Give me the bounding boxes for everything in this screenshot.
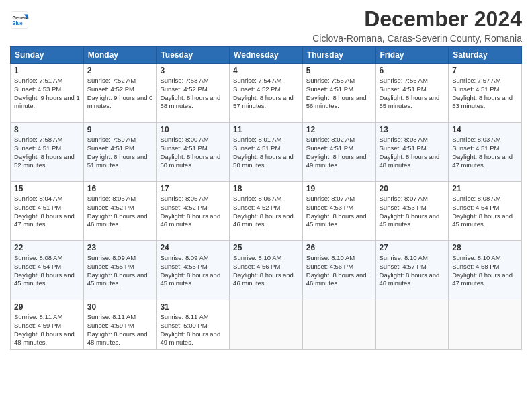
calendar-cell <box>449 300 522 350</box>
calendar-cell: 10 Sunrise: 8:00 AMSunset: 4:51 PMDaylig… <box>157 123 230 182</box>
day-number: 30 <box>87 302 153 312</box>
day-detail: Sunrise: 7:54 AMSunset: 4:52 PMDaylight:… <box>233 77 294 109</box>
day-number: 21 <box>452 184 518 193</box>
col-tuesday: Tuesday <box>157 47 230 64</box>
day-detail: Sunrise: 7:57 AMSunset: 4:51 PMDaylight:… <box>452 77 513 109</box>
day-number: 15 <box>14 184 80 193</box>
page-title: December 2024 <box>312 7 522 32</box>
calendar-cell: 29 Sunrise: 8:11 AMSunset: 4:59 PMDaylig… <box>11 300 84 350</box>
day-number: 31 <box>160 302 226 312</box>
calendar-cell: 2 Sunrise: 7:52 AMSunset: 4:52 PMDayligh… <box>83 64 157 123</box>
day-number: 22 <box>14 243 80 253</box>
day-number: 19 <box>306 184 372 193</box>
calendar-cell: 8 Sunrise: 7:58 AMSunset: 4:51 PMDayligh… <box>11 123 84 182</box>
day-detail: Sunrise: 7:55 AMSunset: 4:51 PMDaylight:… <box>306 77 367 109</box>
day-detail: Sunrise: 8:01 AMSunset: 4:51 PMDaylight:… <box>233 136 294 169</box>
day-detail: Sunrise: 8:03 AMSunset: 4:51 PMDaylight:… <box>452 136 513 169</box>
calendar-cell: 28 Sunrise: 8:10 AMSunset: 4:58 PMDaylig… <box>449 241 522 300</box>
calendar-cell: 15 Sunrise: 8:04 AMSunset: 4:51 PMDaylig… <box>11 182 84 241</box>
calendar-cell: 17 Sunrise: 8:05 AMSunset: 4:52 PMDaylig… <box>157 182 230 241</box>
day-detail: Sunrise: 8:10 AMSunset: 4:56 PMDaylight:… <box>306 254 367 287</box>
calendar-cell: 19 Sunrise: 8:07 AMSunset: 4:53 PMDaylig… <box>302 182 375 241</box>
calendar-cell: 21 Sunrise: 8:08 AMSunset: 4:54 PMDaylig… <box>449 182 522 241</box>
day-detail: Sunrise: 8:11 AMSunset: 5:00 PMDaylight:… <box>160 313 220 346</box>
day-detail: Sunrise: 8:09 AMSunset: 4:55 PMDaylight:… <box>87 254 148 287</box>
day-number: 6 <box>380 66 445 75</box>
calendar-cell: 11 Sunrise: 8:01 AMSunset: 4:51 PMDaylig… <box>230 123 303 182</box>
day-detail: Sunrise: 8:05 AMSunset: 4:52 PMDaylight:… <box>87 195 148 228</box>
day-number: 9 <box>87 125 153 134</box>
day-number: 23 <box>87 243 153 253</box>
day-number: 26 <box>306 243 372 253</box>
day-number: 29 <box>14 302 80 312</box>
day-detail: Sunrise: 8:02 AMSunset: 4:51 PMDaylight:… <box>306 136 367 169</box>
day-number: 7 <box>452 66 518 75</box>
day-detail: Sunrise: 8:07 AMSunset: 4:53 PMDaylight:… <box>306 195 367 228</box>
calendar-cell: 13 Sunrise: 8:03 AMSunset: 4:51 PMDaylig… <box>375 123 449 182</box>
calendar-cell: 18 Sunrise: 8:06 AMSunset: 4:52 PMDaylig… <box>230 182 303 241</box>
day-detail: Sunrise: 7:56 AMSunset: 4:51 PMDaylight:… <box>380 77 440 109</box>
day-number: 27 <box>380 243 445 253</box>
day-detail: Sunrise: 7:58 AMSunset: 4:51 PMDaylight:… <box>14 136 75 169</box>
calendar-cell: 9 Sunrise: 7:59 AMSunset: 4:51 PMDayligh… <box>83 123 157 182</box>
day-number: 14 <box>452 125 518 134</box>
calendar-cell: 31 Sunrise: 8:11 AMSunset: 5:00 PMDaylig… <box>157 300 230 350</box>
calendar-cell <box>302 300 375 350</box>
calendar-header-row: Sunday Monday Tuesday Wednesday Thursday… <box>11 47 522 64</box>
day-detail: Sunrise: 8:03 AMSunset: 4:51 PMDaylight:… <box>380 136 440 169</box>
day-detail: Sunrise: 8:10 AMSunset: 4:57 PMDaylight:… <box>380 254 440 287</box>
day-detail: Sunrise: 8:06 AMSunset: 4:52 PMDaylight:… <box>233 195 294 228</box>
day-number: 5 <box>306 66 372 75</box>
day-detail: Sunrise: 7:59 AMSunset: 4:51 PMDaylight:… <box>87 136 148 169</box>
calendar-cell <box>230 300 303 350</box>
day-number: 13 <box>380 125 445 134</box>
page-subtitle: Ciclova-Romana, Caras-Severin County, Ro… <box>312 33 522 44</box>
day-detail: Sunrise: 8:09 AMSunset: 4:55 PMDaylight:… <box>160 254 220 287</box>
day-detail: Sunrise: 8:10 AMSunset: 4:58 PMDaylight:… <box>452 254 513 287</box>
day-number: 20 <box>380 184 445 193</box>
day-number: 24 <box>160 243 226 253</box>
day-detail: Sunrise: 8:08 AMSunset: 4:54 PMDaylight:… <box>14 254 75 287</box>
col-wednesday: Wednesday <box>230 47 303 64</box>
calendar-cell: 30 Sunrise: 8:11 AMSunset: 4:59 PMDaylig… <box>83 300 157 350</box>
calendar-cell: 12 Sunrise: 8:02 AMSunset: 4:51 PMDaylig… <box>302 123 375 182</box>
day-number: 2 <box>87 66 153 75</box>
calendar-cell <box>375 300 449 350</box>
day-number: 28 <box>452 243 518 253</box>
day-number: 1 <box>14 66 80 75</box>
day-detail: Sunrise: 7:53 AMSunset: 4:52 PMDaylight:… <box>160 77 220 109</box>
day-number: 12 <box>306 125 372 134</box>
calendar-cell: 16 Sunrise: 8:05 AMSunset: 4:52 PMDaylig… <box>83 182 157 241</box>
day-number: 25 <box>233 243 299 253</box>
logo: General Blue <box>10 11 32 30</box>
calendar-page: General Blue December 2024 Ciclova-Roman… <box>0 0 532 411</box>
logo-icon: General Blue <box>10 11 29 30</box>
col-sunday: Sunday <box>11 47 84 64</box>
svg-text:Blue: Blue <box>13 21 23 26</box>
calendar-cell: 1 Sunrise: 7:51 AMSunset: 4:53 PMDayligh… <box>11 64 84 123</box>
day-detail: Sunrise: 7:51 AMSunset: 4:53 PMDaylight:… <box>14 77 80 109</box>
calendar-cell: 27 Sunrise: 8:10 AMSunset: 4:57 PMDaylig… <box>375 241 449 300</box>
calendar-cell: 4 Sunrise: 7:54 AMSunset: 4:52 PMDayligh… <box>230 64 303 123</box>
day-detail: Sunrise: 8:11 AMSunset: 4:59 PMDaylight:… <box>14 313 75 346</box>
svg-rect-0 <box>11 11 28 28</box>
page-header: General Blue December 2024 Ciclova-Roman… <box>10 7 522 44</box>
day-number: 11 <box>233 125 299 134</box>
calendar-cell: 14 Sunrise: 8:03 AMSunset: 4:51 PMDaylig… <box>449 123 522 182</box>
col-friday: Friday <box>375 47 449 64</box>
day-number: 10 <box>160 125 226 134</box>
calendar-cell: 26 Sunrise: 8:10 AMSunset: 4:56 PMDaylig… <box>302 241 375 300</box>
day-number: 4 <box>233 66 299 75</box>
col-saturday: Saturday <box>449 47 522 64</box>
day-detail: Sunrise: 8:07 AMSunset: 4:53 PMDaylight:… <box>380 195 440 228</box>
calendar-cell: 3 Sunrise: 7:53 AMSunset: 4:52 PMDayligh… <box>157 64 230 123</box>
day-number: 16 <box>87 184 153 193</box>
day-number: 17 <box>160 184 226 193</box>
calendar-cell: 22 Sunrise: 8:08 AMSunset: 4:54 PMDaylig… <box>11 241 84 300</box>
col-monday: Monday <box>83 47 157 64</box>
calendar-cell: 23 Sunrise: 8:09 AMSunset: 4:55 PMDaylig… <box>83 241 157 300</box>
day-detail: Sunrise: 8:00 AMSunset: 4:51 PMDaylight:… <box>160 136 220 169</box>
calendar-cell: 25 Sunrise: 8:10 AMSunset: 4:56 PMDaylig… <box>230 241 303 300</box>
day-detail: Sunrise: 8:04 AMSunset: 4:51 PMDaylight:… <box>14 195 75 228</box>
calendar-cell: 24 Sunrise: 8:09 AMSunset: 4:55 PMDaylig… <box>157 241 230 300</box>
